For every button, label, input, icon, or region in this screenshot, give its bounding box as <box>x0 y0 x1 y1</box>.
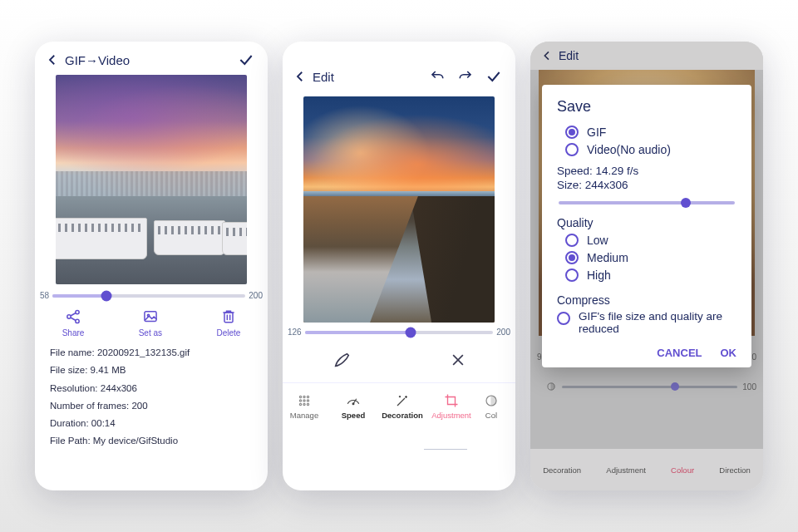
grid-icon <box>297 393 312 408</box>
svg-point-2 <box>76 319 79 323</box>
crop-icon <box>444 393 459 408</box>
preview-image <box>303 96 495 323</box>
svg-point-16 <box>303 400 305 401</box>
svg-point-1 <box>76 310 79 313</box>
radio-quality-medium[interactable]: Medium <box>565 251 736 264</box>
panel-gif-to-video: GIF→Video 58 200 Share Set as <box>35 42 268 490</box>
slider-max: 200 <box>249 291 263 300</box>
back-icon[interactable] <box>293 69 308 84</box>
quality-heading: Quality <box>557 216 736 229</box>
delete-button[interactable]: Delete <box>216 308 240 337</box>
edit-handles <box>283 337 515 383</box>
share-button[interactable]: Share <box>62 308 85 337</box>
page-title: GIF→Video <box>65 53 130 67</box>
bottom-tabs: Manage Speed Decoration Adjustment Col <box>283 383 515 425</box>
tab-decoration[interactable]: Decoration <box>379 393 426 420</box>
dialog-title: Save <box>557 98 736 116</box>
redo-icon[interactable] <box>457 69 474 84</box>
undo-icon[interactable] <box>429 69 446 84</box>
radio-icon <box>565 143 579 156</box>
cancel-button[interactable]: CANCEL <box>657 347 702 359</box>
radio-icon <box>565 234 579 247</box>
ok-button[interactable]: OK <box>721 347 737 359</box>
radio-icon <box>557 312 570 325</box>
svg-point-17 <box>307 400 308 401</box>
draw-icon[interactable] <box>332 351 351 369</box>
tab-colour[interactable]: Col <box>477 393 505 420</box>
svg-rect-7 <box>224 313 233 323</box>
tab-adjustment[interactable]: Adjustment <box>428 393 475 420</box>
save-dialog: Save GIF Video(No audio) Speed: 14.29 f/… <box>542 85 751 367</box>
svg-line-3 <box>71 313 76 317</box>
setas-button[interactable]: Set as <box>139 308 162 337</box>
svg-point-20 <box>307 403 308 405</box>
radio-compress[interactable]: GIF's file size and quality are reduced <box>557 310 736 335</box>
contrast-icon <box>484 393 499 408</box>
panel-save-dialog: Edit 93 200 0 100 Decoration Adjustment … <box>530 42 763 490</box>
file-metadata: File name: 20200921_132135.gif File size… <box>35 342 268 452</box>
confirm-icon[interactable] <box>238 52 254 68</box>
size-slider[interactable] <box>559 201 735 204</box>
svg-line-4 <box>71 318 76 321</box>
topbar: Edit <box>283 42 515 91</box>
tab-speed[interactable]: Speed <box>330 393 377 420</box>
svg-point-19 <box>303 403 305 405</box>
radio-format-video[interactable]: Video(No audio) <box>565 143 736 156</box>
gauge-icon <box>345 393 362 408</box>
svg-point-18 <box>299 403 301 405</box>
radio-icon <box>565 251 579 264</box>
frame-slider[interactable]: 58 200 <box>35 291 268 300</box>
size-readout: Size: 244x306 <box>557 179 736 191</box>
panel-edit: Edit 126 200 <box>283 42 515 490</box>
slider-min: 126 <box>288 328 302 337</box>
svg-point-15 <box>299 400 301 401</box>
speed-readout: Speed: 14.29 f/s <box>557 165 736 177</box>
cancel-icon[interactable] <box>450 352 466 368</box>
frame-slider[interactable]: 126 200 <box>283 328 515 337</box>
svg-point-12 <box>299 396 301 397</box>
radio-quality-low[interactable]: Low <box>565 234 736 247</box>
svg-rect-5 <box>145 312 156 322</box>
confirm-icon[interactable] <box>485 68 502 85</box>
svg-point-14 <box>307 396 308 397</box>
radio-icon <box>565 126 579 139</box>
action-row: Share Set as Delete <box>35 308 268 337</box>
radio-format-gif[interactable]: GIF <box>565 126 736 139</box>
slider-min: 58 <box>40 291 49 300</box>
svg-point-0 <box>67 315 71 318</box>
radio-icon <box>565 268 579 282</box>
back-icon[interactable] <box>45 52 60 67</box>
topbar: GIF→Video <box>35 42 268 75</box>
preview-image <box>56 75 247 284</box>
wand-icon <box>395 393 410 408</box>
compress-heading: Compress <box>557 293 736 307</box>
tab-manage[interactable]: Manage <box>283 393 328 420</box>
page-title: Edit <box>313 70 334 84</box>
svg-point-22 <box>352 403 354 405</box>
slider-max: 200 <box>496 328 510 337</box>
svg-point-13 <box>303 396 305 397</box>
radio-quality-high[interactable]: High <box>565 268 736 282</box>
